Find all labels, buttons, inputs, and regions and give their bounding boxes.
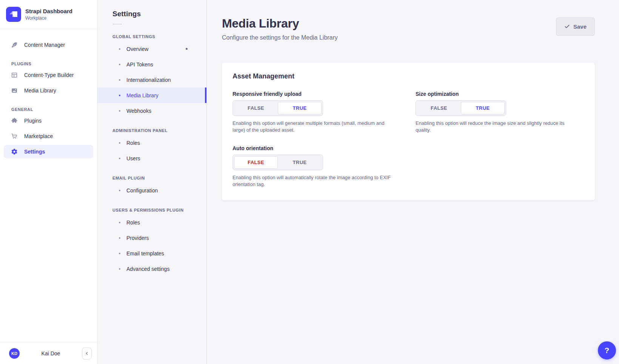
puzzle-icon bbox=[11, 117, 18, 124]
picture-icon bbox=[11, 87, 18, 94]
avatar[interactable]: KD bbox=[9, 348, 20, 359]
main-nav-list: Content Manager PLUGINS Content-Type Bui… bbox=[0, 29, 97, 158]
field-label: Size optimization bbox=[416, 91, 583, 97]
field-size-optimization: Size optimization FALSE TRUE Enabling th… bbox=[416, 91, 583, 134]
field-responsive-friendly-upload: Responsive friendly upload FALSE TRUE En… bbox=[233, 91, 400, 134]
notification-dot bbox=[186, 48, 188, 50]
toggle-option-true[interactable]: TRUE bbox=[278, 156, 322, 169]
bullet-icon bbox=[119, 110, 120, 112]
field-auto-orientation: Auto orientation FALSE TRUE Enabling thi… bbox=[233, 145, 400, 188]
toggle-option-true[interactable]: TRUE bbox=[461, 102, 505, 114]
collapse-sidebar-button[interactable] bbox=[82, 347, 92, 359]
subnav-item-label: Roles bbox=[126, 140, 140, 146]
subnav-item-advanced-settings[interactable]: Advanced settings bbox=[97, 261, 206, 276]
bullet-icon bbox=[119, 268, 120, 270]
subnav-item-overview[interactable]: Overview bbox=[97, 41, 206, 57]
workspace-subtitle: Workplace bbox=[25, 15, 72, 21]
layout-grid-icon bbox=[11, 72, 18, 78]
sidebar-item-media-library[interactable]: Media Library bbox=[4, 84, 93, 97]
subnav-section-administration-panel: ADMINISTRATION PANEL bbox=[97, 128, 206, 133]
sidebar-user-area: KD Kai Doe bbox=[0, 342, 97, 364]
divider bbox=[112, 24, 122, 25]
toggle-option-false[interactable]: FALSE bbox=[234, 156, 278, 169]
bullet-icon bbox=[119, 190, 120, 191]
subnav-item-label: Advanced settings bbox=[126, 266, 169, 272]
asset-management-card: Asset Management Responsive friendly upl… bbox=[222, 63, 595, 200]
page-subtitle: Configure the settings for the Media Lib… bbox=[222, 34, 338, 41]
subnav-title: Settings bbox=[97, 10, 206, 18]
subnav-item-configuration[interactable]: Configuration bbox=[97, 183, 206, 198]
sidebar-item-marketplace[interactable]: Marketplace bbox=[4, 129, 93, 143]
subnav-item-media-library[interactable]: Media Library bbox=[97, 88, 206, 103]
subnav-section-global-settings: GLOBAL SETTINGS bbox=[97, 34, 206, 39]
subnav-item-email-templates[interactable]: Email templates bbox=[97, 246, 206, 261]
feather-pen-icon bbox=[11, 41, 18, 48]
subnav-item-users[interactable]: Users bbox=[97, 151, 206, 166]
sidebar-item-plugins[interactable]: Plugins bbox=[4, 114, 93, 127]
field-label: Responsive friendly upload bbox=[233, 91, 400, 97]
field-description: Enabling this option will generate multi… bbox=[233, 120, 391, 134]
field-description: Enabling this option will automatically … bbox=[233, 174, 391, 188]
settings-subnav: Settings GLOBAL SETTINGS Overview API To… bbox=[97, 0, 207, 364]
user-name: Kai Doe bbox=[20, 350, 82, 356]
page-header: Media Library Configure the settings for… bbox=[222, 17, 595, 41]
field-description: Enabling this option will reduce the ima… bbox=[416, 120, 574, 134]
subnav-item-internationalization[interactable]: Internationalization bbox=[97, 72, 206, 88]
bullet-icon bbox=[119, 253, 120, 254]
subnav-item-webhooks[interactable]: Webhooks bbox=[97, 103, 206, 118]
subnav-item-label: Email templates bbox=[126, 250, 164, 256]
sidebar-item-content-type-builder[interactable]: Content-Type Builder bbox=[4, 68, 93, 82]
sidebar-item-content-manager[interactable]: Content Manager bbox=[4, 38, 93, 52]
bullet-icon bbox=[119, 64, 120, 65]
toggle-option-false[interactable]: FALSE bbox=[234, 102, 278, 114]
subnav-item-label: Configuration bbox=[126, 187, 158, 194]
bullet-icon bbox=[119, 222, 120, 223]
toggle-option-true[interactable]: TRUE bbox=[278, 102, 322, 114]
sidebar-item-label: Media Library bbox=[24, 88, 56, 94]
bullet-icon bbox=[119, 95, 120, 96]
subnav-item-label: API Tokens bbox=[126, 61, 153, 68]
sidebar-item-label: Plugins bbox=[24, 118, 42, 124]
size-optimization-toggle[interactable]: FALSE TRUE bbox=[416, 100, 506, 116]
subnav-item-label: Users bbox=[126, 155, 140, 161]
field-label: Auto orientation bbox=[233, 145, 400, 151]
subnav-item-label: Webhooks bbox=[126, 108, 151, 114]
sidebar-item-settings[interactable]: Settings bbox=[4, 145, 93, 158]
workspace-title: Strapi Dashboard bbox=[25, 8, 72, 15]
nav-section-general: GENERAL bbox=[11, 107, 97, 112]
help-button[interactable]: ? bbox=[598, 341, 616, 359]
subnav-section-users-permissions-plugin: USERS & PERMISSIONS PLUGIN bbox=[97, 208, 206, 212]
subnav-item-label: Overview bbox=[126, 46, 148, 52]
subnav-item-label: Media Library bbox=[126, 92, 159, 98]
bullet-icon bbox=[119, 48, 120, 50]
main-content: Media Library Configure the settings for… bbox=[207, 0, 619, 364]
sidebar-item-label: Marketplace bbox=[24, 133, 53, 139]
subnav-item-label: Providers bbox=[126, 235, 149, 241]
subnav-item-label: Roles bbox=[126, 220, 140, 226]
bullet-icon bbox=[119, 79, 120, 81]
subnav-item-providers[interactable]: Providers bbox=[97, 230, 206, 246]
bullet-icon bbox=[119, 158, 120, 159]
chevron-left-icon bbox=[85, 351, 89, 356]
subnav-item-up-roles[interactable]: Roles bbox=[97, 215, 206, 230]
gear-icon bbox=[11, 148, 18, 155]
card-title: Asset Management bbox=[233, 72, 583, 80]
workspace-switcher[interactable]: Strapi Dashboard Workplace bbox=[0, 0, 97, 29]
subnav-item-roles[interactable]: Roles bbox=[97, 135, 206, 151]
sidebar-item-label: Content-Type Builder bbox=[24, 72, 74, 78]
save-button[interactable]: Save bbox=[556, 17, 595, 36]
check-icon bbox=[564, 24, 570, 29]
strapi-logo-icon bbox=[6, 7, 21, 22]
nav-section-plugins: PLUGINS bbox=[11, 61, 97, 66]
toggle-option-false[interactable]: FALSE bbox=[417, 102, 461, 114]
subnav-item-api-tokens[interactable]: API Tokens bbox=[97, 57, 206, 72]
main-sidebar: Strapi Dashboard Workplace Content Manag… bbox=[0, 0, 97, 364]
sidebar-item-label: Content Manager bbox=[24, 42, 65, 48]
sidebar-item-label: Settings bbox=[24, 149, 45, 155]
subnav-item-label: Internationalization bbox=[126, 77, 171, 83]
responsive-friendly-upload-toggle[interactable]: FALSE TRUE bbox=[233, 100, 323, 116]
bullet-icon bbox=[119, 142, 120, 144]
shopping-cart-icon bbox=[11, 133, 18, 140]
auto-orientation-toggle[interactable]: FALSE TRUE bbox=[233, 155, 323, 170]
save-button-label: Save bbox=[573, 23, 587, 30]
